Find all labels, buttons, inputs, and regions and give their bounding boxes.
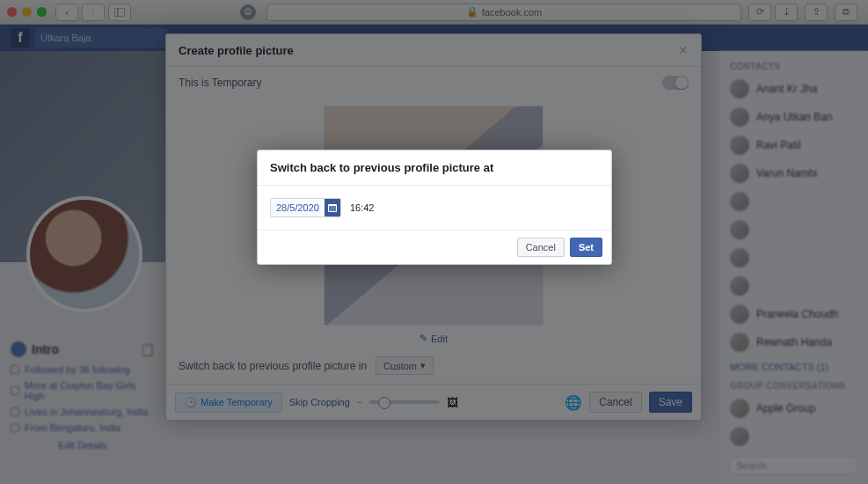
date-value: 28/5/2020 bbox=[271, 200, 325, 216]
calendar-icon bbox=[325, 199, 340, 216]
svg-rect-4 bbox=[329, 206, 336, 211]
time-input[interactable]: 16:42 bbox=[350, 202, 375, 213]
date-picker[interactable]: 28/5/2020 bbox=[270, 198, 341, 217]
set-button[interactable]: Set bbox=[570, 238, 602, 257]
switch-back-time-modal: Switch back to previous profile picture … bbox=[257, 150, 612, 265]
cancel-button[interactable]: Cancel bbox=[517, 238, 565, 257]
modal-title: Switch back to previous profile picture … bbox=[270, 161, 599, 174]
